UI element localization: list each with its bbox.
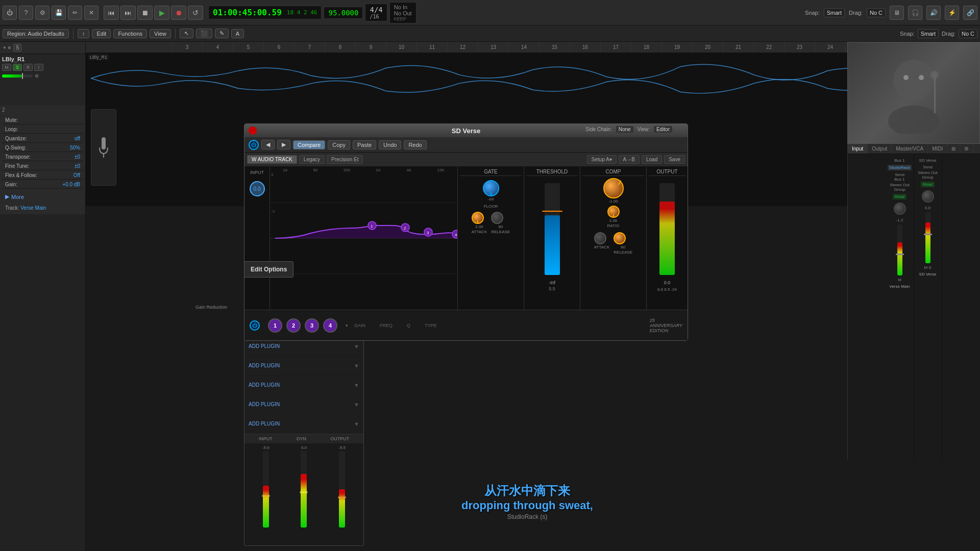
threshold-header: THRESHOLD	[526, 169, 578, 176]
add-plugin-6[interactable]: ADD PLUGIN ▼	[244, 414, 363, 434]
comp-attack-knob[interactable]	[594, 232, 606, 244]
view-val[interactable]: Editor	[654, 126, 672, 133]
waves-precision-tab[interactable]: Precision Et	[327, 155, 363, 164]
band-2-btn[interactable]: 2	[286, 318, 301, 333]
paste-btn[interactable]: Paste	[353, 140, 376, 149]
band-controls: ⏻ 1 2 3 4 ▾ GAIN FREQ Q TYPE 25ANNIVERSA…	[244, 310, 688, 340]
waves-legacy-tab[interactable]: Legacy	[299, 155, 325, 164]
track1-r-btn[interactable]: R	[23, 64, 33, 71]
input-section-label: INPUT	[249, 169, 265, 176]
cursor2-btn[interactable]: A	[231, 29, 244, 38]
list-view-btn[interactable]: ≡	[8, 45, 11, 51]
add-plugin-4[interactable]: ADD PLUGIN ▼	[244, 375, 363, 395]
undo-btn[interactable]: Undo	[379, 140, 401, 149]
drag-value[interactable]: No C	[867, 8, 886, 17]
headphone-icon[interactable]: 🎧	[908, 6, 922, 20]
monitor-icon[interactable]: 🖥	[890, 6, 904, 20]
snap-value[interactable]: Smart	[824, 8, 845, 17]
gate-release-knob[interactable]	[491, 212, 503, 224]
waves-ab-btn[interactable]: A→B	[619, 155, 640, 164]
edit-menu-btn[interactable]: Edit	[92, 29, 111, 38]
functions-menu-btn[interactable]: Functions	[113, 29, 147, 38]
drag-val2[interactable]: No C	[959, 29, 977, 38]
rewind-btn[interactable]: ⏮	[104, 6, 119, 20]
info-icon[interactable]: ?	[19, 6, 33, 20]
volume-knob[interactable]: ⚙	[35, 73, 39, 79]
compare-btn[interactable]: Compare	[293, 140, 325, 149]
edit-icon[interactable]: ✏	[68, 6, 82, 20]
ruler-mark-23: 23	[784, 42, 815, 53]
svg-point-5	[919, 75, 924, 80]
plugin-close-btn[interactable]	[249, 127, 257, 135]
add-plugin-5[interactable]: ADD PLUGIN ▼	[244, 395, 363, 414]
waves-setup-btn[interactable]: Setup A▾	[587, 155, 617, 164]
subtitle-overlay: 从汗水中滴下来 dropping through sweat, StudioRa…	[361, 483, 693, 520]
close-icon[interactable]: ✕	[84, 6, 99, 20]
settings-icon[interactable]: ⚙	[35, 6, 50, 20]
add-plugin-4-arrow: ▼	[354, 382, 359, 388]
save-icon[interactable]: 💾	[52, 6, 66, 20]
fast-forward-btn[interactable]: ⏭	[120, 6, 136, 20]
snap-val2[interactable]: Smart	[918, 29, 939, 38]
input-tab[interactable]: Input	[848, 144, 868, 154]
record-btn[interactable]: ⏺	[171, 6, 186, 20]
band-3-btn[interactable]: 3	[305, 318, 319, 333]
power-icon[interactable]: ⏻	[3, 6, 17, 20]
stop-btn[interactable]: ⏹	[137, 6, 153, 20]
track1-m-btn[interactable]: M	[2, 64, 11, 71]
more-btn[interactable]: ▶ More	[2, 191, 83, 202]
waves-audio-track-tab[interactable]: W AUDIO TRACK	[247, 155, 297, 164]
plugin-titlebar: SD Verse Side Chain: None View: Editor	[244, 124, 688, 137]
comp-release-knob[interactable]	[614, 232, 626, 244]
region-label: Region: Audio Defaults	[3, 29, 69, 38]
band-power-btn[interactable]: ⏻	[250, 320, 260, 331]
nav-up-btn[interactable]: ↑	[78, 29, 90, 38]
input-knob[interactable]: 0.0	[250, 181, 265, 196]
track1-name: LBly_R1	[2, 56, 83, 62]
add-track-btn[interactable]: +	[3, 45, 6, 51]
plugin-power-btn[interactable]: ⏻	[249, 140, 259, 150]
add-plugin-3[interactable]: ADD PLUGIN ▼	[244, 356, 363, 375]
prev-preset-btn[interactable]: ◀	[261, 140, 275, 149]
tempo-display[interactable]: 95.0000	[324, 7, 363, 19]
waves-save-btn[interactable]: Save	[664, 155, 685, 164]
output-tab[interactable]: Output	[868, 144, 892, 154]
view-menu-btn[interactable]: View	[150, 29, 171, 38]
play-btn[interactable]: ▶	[154, 6, 169, 20]
band-1-btn[interactable]: 1	[268, 318, 282, 333]
speaker-icon[interactable]: 🔊	[926, 6, 941, 20]
svg-point-2	[893, 60, 934, 101]
next-preset-btn[interactable]: ▶	[277, 140, 290, 149]
ruler-mark-14: 14	[508, 42, 539, 53]
no-in-out-display: No In No Out KEEP	[389, 2, 416, 23]
settings-btn[interactable]: ⚙	[960, 144, 973, 154]
add-plugin-6-arrow: ▼	[354, 421, 359, 427]
band-4-btn[interactable]: 4	[323, 318, 337, 333]
pan-knob-2[interactable]	[922, 190, 934, 203]
copy-btn[interactable]: Copy	[328, 140, 350, 149]
pan-knob-1[interactable]	[894, 203, 906, 215]
gate-attack-knob[interactable]	[472, 212, 484, 224]
comp-ratio-knob[interactable]	[607, 206, 620, 218]
pencil-btn[interactable]: ✎	[215, 29, 229, 38]
track1-i-btn[interactable]: I	[34, 64, 43, 71]
bars-beats-value: 18 4 2 46	[287, 9, 317, 16]
gate-inf-knob[interactable]	[483, 180, 499, 196]
comp-section: COMP -1.00	[580, 167, 647, 310]
midi-tab[interactable]: MIDI	[928, 144, 947, 154]
loop-btn[interactable]: ↺	[188, 6, 203, 20]
grid-btn[interactable]: ⊞	[947, 144, 960, 154]
fine-tune-val: ±0	[75, 163, 80, 169]
selection-btn[interactable]: ⬛	[196, 29, 212, 38]
comp-threshold-knob[interactable]	[603, 178, 624, 198]
anniversary-badge: 25ANNIVERSARYEDITION	[650, 318, 682, 333]
waves-load-btn[interactable]: Load	[642, 155, 662, 164]
s-btn[interactable]: S	[13, 44, 22, 52]
plugin-icon[interactable]: ⚡	[945, 6, 959, 20]
redo-btn[interactable]: Redo	[404, 140, 426, 149]
track1-s-btn[interactable]: S	[13, 64, 22, 71]
master-vca-tab[interactable]: Master/VCA	[892, 144, 928, 154]
link-icon[interactable]: 🔗	[963, 6, 977, 20]
side-chain-val[interactable]: None	[616, 126, 633, 133]
cursor-btn[interactable]: ↖	[180, 29, 193, 38]
